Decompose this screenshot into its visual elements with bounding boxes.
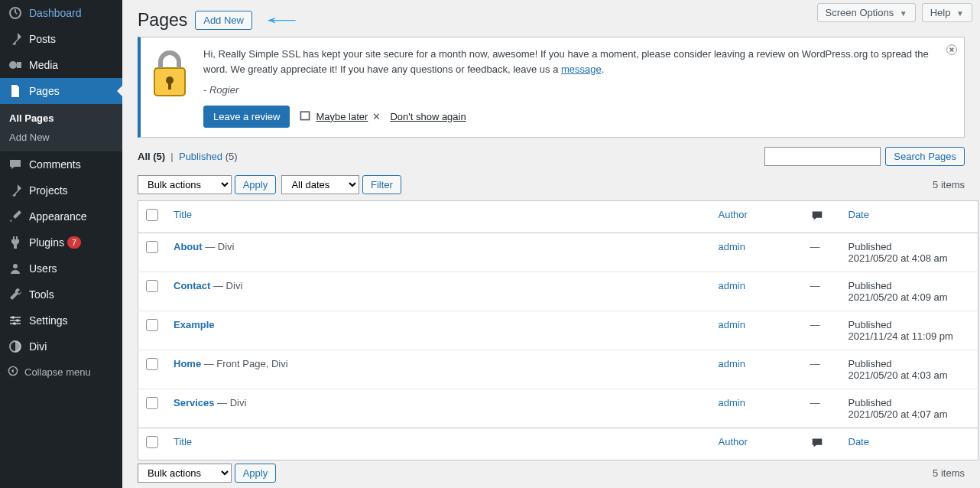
author-link[interactable]: admin xyxy=(719,397,745,408)
plugins-badge: 7 xyxy=(67,236,81,249)
page-title-link[interactable]: Home xyxy=(174,358,201,369)
add-new-button[interactable]: Add New xyxy=(195,11,252,30)
wrench-icon xyxy=(8,287,23,302)
row-checkbox-cell[interactable] xyxy=(138,389,167,428)
sidebar-item-divi[interactable]: Divi xyxy=(0,333,122,359)
sidebar-item-media[interactable]: Media xyxy=(0,52,122,78)
publish-datetime: 2021/05/20 at 4:09 am xyxy=(849,291,948,303)
row-date-cell: Published2021/05/20 at 4:08 am xyxy=(841,233,978,272)
submenu-add-new[interactable]: Add New xyxy=(0,128,122,147)
col-title-header[interactable]: Title xyxy=(166,200,711,233)
status-all[interactable]: All (5) xyxy=(138,151,165,162)
collapse-label: Collapse menu xyxy=(24,366,91,378)
dates-select[interactable]: All dates xyxy=(281,175,359,194)
status-published[interactable]: Published (5) xyxy=(179,151,238,162)
maybe-later-link[interactable]: Maybe later ✕ xyxy=(299,109,381,124)
apply-bulk-button-bottom[interactable]: Apply xyxy=(235,464,277,483)
author-link[interactable]: admin xyxy=(719,358,745,369)
leave-review-button[interactable]: Leave a review xyxy=(203,106,290,128)
table-row: Home — Front Page, Diviadmin—Published20… xyxy=(138,350,978,389)
row-checkbox-cell[interactable] xyxy=(138,311,167,350)
svg-rect-9 xyxy=(168,82,171,89)
annotation-arrow-icon: ← xyxy=(258,8,305,32)
sidebar-label: Comments xyxy=(29,158,81,171)
dont-show-link[interactable]: Don't show again xyxy=(390,111,466,122)
sidebar-item-dashboard[interactable]: Dashboard xyxy=(0,0,122,26)
row-checkbox-cell[interactable] xyxy=(138,350,167,389)
search-pages-button[interactable]: Search Pages xyxy=(885,147,965,166)
table-row: Exampleadmin—Published2021/11/24 at 11:0… xyxy=(138,311,978,350)
col-title-footer[interactable]: Title xyxy=(166,428,711,460)
col-comments-footer[interactable] xyxy=(803,428,841,460)
sidebar-item-projects[interactable]: Projects xyxy=(0,177,122,203)
sidebar-item-users[interactable]: Users xyxy=(0,255,122,281)
sidebar-item-plugins[interactable]: Plugins 7 xyxy=(0,229,122,255)
row-author-cell: admin xyxy=(711,233,803,272)
checkbox-icon xyxy=(146,358,158,370)
sidebar-item-tools[interactable]: Tools xyxy=(0,281,122,307)
page-title-suffix: — Divi xyxy=(203,241,235,252)
dismiss-notice-button[interactable] xyxy=(946,44,958,58)
notice-review: Hi, Really Simple SSL has kept your site… xyxy=(138,37,965,138)
message-link[interactable]: message xyxy=(561,63,602,75)
sidebar-item-pages[interactable]: Pages xyxy=(0,78,122,104)
row-comments-cell: — xyxy=(803,233,841,272)
svg-point-3 xyxy=(16,319,19,322)
notice-signature: - Rogier xyxy=(203,83,936,98)
submenu-all-pages[interactable]: All Pages xyxy=(0,109,122,128)
sidebar-label: Divi xyxy=(29,340,47,353)
checkbox-icon xyxy=(146,319,158,331)
col-author-footer[interactable]: Author xyxy=(711,428,803,460)
row-checkbox-cell[interactable] xyxy=(138,233,167,272)
sidebar-item-posts[interactable]: Posts xyxy=(0,26,122,52)
author-link[interactable]: admin xyxy=(719,241,745,252)
lock-icon xyxy=(150,47,190,100)
page-title-link[interactable]: About xyxy=(174,241,203,252)
row-date-cell: Published2021/05/20 at 4:07 am xyxy=(841,389,978,428)
calendar-icon xyxy=(299,109,311,124)
sidebar-label: Appearance xyxy=(29,210,87,223)
sidebar-item-appearance[interactable]: Appearance xyxy=(0,203,122,229)
sidebar-label: Plugins xyxy=(29,236,64,249)
media-icon xyxy=(8,57,23,73)
svg-rect-10 xyxy=(301,112,310,119)
notice-message: Hi, Really Simple SSL has kept your site… xyxy=(203,47,936,76)
status-filter: All (5) | Published (5) Search Pages xyxy=(122,147,980,172)
close-icon: ✕ xyxy=(372,111,381,122)
sidebar-item-comments[interactable]: Comments xyxy=(0,151,122,177)
search-form: Search Pages xyxy=(764,147,965,166)
row-date-cell: Published2021/05/20 at 4:03 am xyxy=(841,350,978,389)
row-comments-cell: — xyxy=(803,311,841,350)
author-link[interactable]: admin xyxy=(719,319,745,330)
select-all-header[interactable] xyxy=(138,200,167,233)
col-date-footer[interactable]: Date xyxy=(841,428,978,460)
filter-button[interactable]: Filter xyxy=(362,175,401,194)
bulk-actions-select[interactable]: Bulk actions xyxy=(138,175,232,194)
page-title-link[interactable]: Contact xyxy=(174,280,210,291)
apply-bulk-button[interactable]: Apply xyxy=(235,175,277,194)
row-author-cell: admin xyxy=(711,272,803,311)
collapse-menu[interactable]: Collapse menu xyxy=(0,359,122,385)
col-author-header[interactable]: Author xyxy=(711,200,803,233)
select-all-footer[interactable] xyxy=(138,428,167,460)
svg-point-1 xyxy=(13,264,18,268)
divi-icon xyxy=(8,339,23,354)
page-title-link[interactable]: Services xyxy=(174,397,215,408)
page-header: Pages Add New ← xyxy=(122,0,980,37)
row-title-cell: Example xyxy=(166,311,711,350)
search-input[interactable] xyxy=(764,147,881,166)
col-comments-header[interactable] xyxy=(803,200,841,233)
sidebar-item-settings[interactable]: Settings xyxy=(0,307,122,333)
items-count: 5 items xyxy=(933,179,965,190)
sliders-icon xyxy=(8,313,23,328)
col-date-header[interactable]: Date xyxy=(841,200,978,233)
row-title-cell: Home — Front Page, Divi xyxy=(166,350,711,389)
pin-icon xyxy=(8,31,23,47)
author-link[interactable]: admin xyxy=(719,280,745,291)
checkbox-icon xyxy=(146,280,158,292)
row-checkbox-cell[interactable] xyxy=(138,272,167,311)
bulk-actions-select-bottom[interactable]: Bulk actions xyxy=(138,464,232,483)
sidebar-submenu-pages: All Pages Add New xyxy=(0,104,122,151)
page-title-link[interactable]: Example xyxy=(174,319,214,330)
comment-bubble-icon xyxy=(810,436,824,450)
